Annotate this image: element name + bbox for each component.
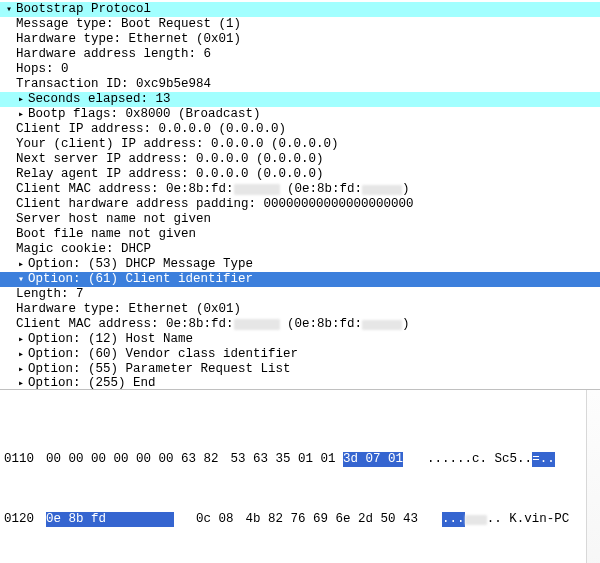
spacer-icon	[4, 167, 14, 182]
field-option-61[interactable]: Option: (61) Client identifier	[0, 272, 600, 287]
spacer-icon	[4, 137, 14, 152]
field-transaction-id[interactable]: Transaction ID: 0xc9b5e984	[0, 77, 600, 92]
field-option-255[interactable]: Option: (255) End	[0, 377, 600, 389]
collapse-icon[interactable]	[16, 257, 26, 272]
hex-selected: 3d 07 01	[343, 452, 403, 467]
expand-icon[interactable]	[16, 272, 26, 287]
protocol-title: Bootstrap Protocol	[16, 2, 151, 17]
scrollbar[interactable]	[586, 390, 600, 563]
collapse-icon[interactable]	[16, 347, 26, 362]
collapse-icon[interactable]	[16, 92, 26, 107]
collapse-icon[interactable]	[16, 332, 26, 347]
spacer-icon	[4, 302, 14, 317]
hex-bytes: 53 63 35 01 01	[231, 452, 344, 467]
spacer-icon	[4, 32, 14, 47]
spacer-icon	[4, 227, 14, 242]
field-hw-addr-len[interactable]: Hardware address length: 6	[0, 47, 600, 62]
field-hops[interactable]: Hops: 0	[0, 62, 600, 77]
spacer-icon	[4, 257, 14, 272]
field-server-host-name[interactable]: Server host name not given	[0, 212, 600, 227]
spacer-icon	[4, 347, 14, 362]
redacted-mac	[234, 319, 280, 330]
field-message-type[interactable]: Message type: Boot Request (1)	[0, 17, 600, 32]
spacer-icon	[4, 122, 14, 137]
field-relay-agent-ip[interactable]: Relay agent IP address: 0.0.0.0 (0.0.0.0…	[0, 167, 600, 182]
spacer-icon	[4, 362, 14, 377]
redacted-mac	[362, 320, 402, 330]
field-option-55[interactable]: Option: (55) Parameter Request List	[0, 362, 600, 377]
collapse-icon[interactable]	[16, 362, 26, 377]
packet-details-tree[interactable]: Bootstrap Protocol Message type: Boot Re…	[0, 0, 600, 389]
spacer-icon	[4, 242, 14, 257]
field-option-61-hw-type[interactable]: Hardware type: Ethernet (0x01)	[0, 302, 600, 317]
field-client-ip[interactable]: Client IP address: 0.0.0.0 (0.0.0.0)	[0, 122, 600, 137]
ascii: K.vin-PC	[502, 512, 570, 527]
expand-icon[interactable]	[4, 2, 14, 17]
hex-offset: 0110	[4, 452, 34, 467]
spacer-icon	[4, 272, 14, 287]
spacer-icon	[4, 92, 14, 107]
field-boot-file-name[interactable]: Boot file name not given	[0, 227, 600, 242]
field-your-ip[interactable]: Your (client) IP address: 0.0.0.0 (0.0.0…	[0, 137, 600, 152]
ascii: ......c. Sc5..	[427, 452, 532, 467]
hex-selected: 0e 8b fd	[46, 512, 174, 527]
spacer-icon	[4, 182, 14, 197]
spacer-icon	[4, 377, 14, 389]
spacer-icon	[4, 197, 14, 212]
ascii: ..	[487, 512, 502, 527]
field-option-12[interactable]: Option: (12) Host Name	[0, 332, 600, 347]
ascii-selected: ...	[442, 512, 465, 527]
field-option-53[interactable]: Option: (53) DHCP Message Type	[0, 257, 600, 272]
field-client-mac[interactable]: Client MAC address: 0e:8b:fd: (0e:8b:fd:…	[0, 182, 600, 197]
field-next-server-ip[interactable]: Next server IP address: 0.0.0.0 (0.0.0.0…	[0, 152, 600, 167]
spacer-icon	[4, 47, 14, 62]
spacer-icon	[4, 62, 14, 77]
collapse-icon[interactable]	[16, 377, 26, 389]
spacer-icon	[4, 317, 14, 332]
field-seconds-elapsed[interactable]: Seconds elapsed: 13	[0, 92, 600, 107]
field-hardware-type[interactable]: Hardware type: Ethernet (0x01)	[0, 32, 600, 47]
hex-bytes	[174, 512, 197, 527]
hex-line[interactable]: 011000 00 00 00 00 00 63 8253 63 35 01 0…	[4, 452, 600, 467]
spacer-icon	[4, 77, 14, 92]
redacted-mac	[234, 184, 280, 195]
spacer-icon	[4, 287, 14, 302]
spacer-icon	[4, 212, 14, 227]
spacer-icon	[4, 332, 14, 347]
field-option-61-length[interactable]: Length: 7	[0, 287, 600, 302]
spacer-icon	[4, 107, 14, 122]
protocol-header[interactable]: Bootstrap Protocol	[0, 2, 600, 17]
ascii-selected: =..	[532, 452, 555, 467]
redacted-ascii	[465, 515, 487, 525]
field-bootp-flags[interactable]: Bootp flags: 0x8000 (Broadcast)	[0, 107, 600, 122]
field-magic-cookie[interactable]: Magic cookie: DHCP	[0, 242, 600, 257]
redacted-mac	[362, 185, 402, 195]
hex-bytes: 00 00 00 00 00 00 63 82	[46, 452, 219, 467]
field-hw-padding[interactable]: Client hardware address padding: 0000000…	[0, 197, 600, 212]
spacer-icon	[4, 152, 14, 167]
hex-bytes: 0c 08	[196, 512, 234, 527]
spacer-icon	[4, 17, 14, 32]
hex-bytes: 4b 82 76 69 6e 2d 50 43	[246, 512, 419, 527]
hex-line[interactable]: 01200e 8b fd 0c 084b 82 76 69 6e 2d 50 4…	[4, 512, 600, 527]
field-option-60[interactable]: Option: (60) Vendor class identifier	[0, 347, 600, 362]
hex-offset: 0120	[4, 512, 34, 527]
hex-dump-pane[interactable]: 011000 00 00 00 00 00 63 8253 63 35 01 0…	[0, 389, 600, 563]
field-option-61-mac[interactable]: Client MAC address: 0e:8b:fd: (0e:8b:fd:…	[0, 317, 600, 332]
collapse-icon[interactable]	[16, 107, 26, 122]
